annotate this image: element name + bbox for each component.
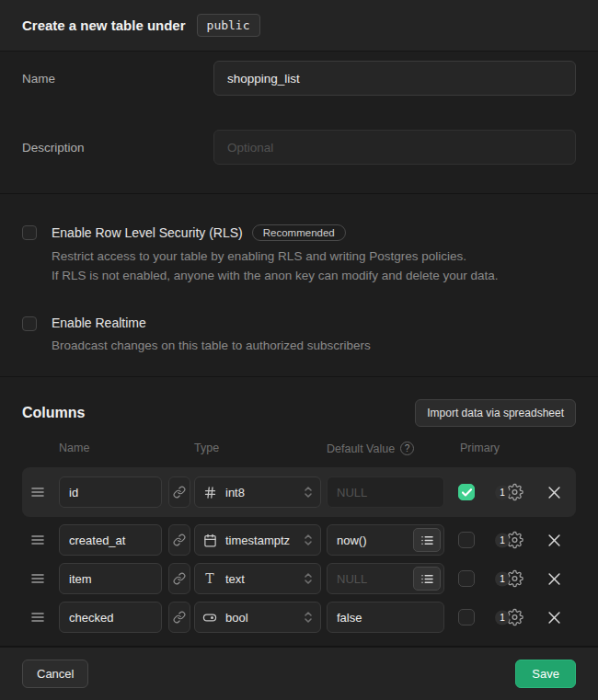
realtime-checkbox[interactable] xyxy=(22,316,37,331)
default-value-field xyxy=(327,524,444,556)
remove-column-button[interactable] xyxy=(545,569,563,588)
primary-checkbox[interactable] xyxy=(458,570,475,587)
header-type: Type xyxy=(194,442,219,454)
import-spreadsheet-button[interactable]: Import data via spreadsheet xyxy=(415,399,576,427)
type-label: int8 xyxy=(225,486,245,499)
help-circle-icon[interactable]: ? xyxy=(400,442,414,455)
create-table-dialog: Create a new table under public Name Des… xyxy=(0,0,598,700)
realtime-option: Enable Realtime Broadcast changes on thi… xyxy=(22,316,576,356)
column-rows: int8 1 xyxy=(22,467,576,633)
settings-count-badge: 1 xyxy=(495,610,510,625)
hash-icon xyxy=(203,486,217,499)
table-options-section: Enable Row Level Security (RLS) Recommen… xyxy=(0,194,598,377)
save-button[interactable]: Save xyxy=(515,660,576,688)
column-type-select[interactable]: bool xyxy=(194,602,321,633)
foreign-key-link-button[interactable] xyxy=(168,524,190,556)
remove-column-button[interactable] xyxy=(545,531,563,549)
columns-section: Columns Import data via spreadsheet Name… xyxy=(0,377,598,647)
text-type-icon: T xyxy=(205,571,213,586)
rls-label: Enable Row Level Security (RLS) xyxy=(52,225,243,240)
header-primary: Primary xyxy=(460,442,500,454)
chevron-up-down-icon xyxy=(304,571,313,586)
drag-handle-icon[interactable] xyxy=(31,611,46,624)
drag-handle-icon[interactable] xyxy=(31,534,46,546)
column-settings-button[interactable]: 1 xyxy=(495,484,523,501)
column-name-input[interactable] xyxy=(59,563,162,594)
default-value-menu-button[interactable] xyxy=(413,567,441,591)
name-label: Name xyxy=(22,61,213,96)
header-name: Name xyxy=(59,442,89,454)
rls-option: Enable Row Level Security (RLS) Recommen… xyxy=(22,224,576,286)
column-settings-button[interactable]: 1 xyxy=(495,609,523,626)
cancel-button[interactable]: Cancel xyxy=(22,660,88,688)
type-icon: T xyxy=(202,571,217,586)
dialog-title: Create a new table under xyxy=(22,17,186,33)
chevron-up-down-icon xyxy=(304,533,313,547)
type-label: timestamptz xyxy=(225,534,290,547)
default-value-field xyxy=(327,602,444,633)
default-value-input[interactable] xyxy=(327,476,444,508)
remove-column-button[interactable] xyxy=(545,608,563,626)
type-icon xyxy=(202,534,217,547)
default-value-field xyxy=(327,563,444,594)
column-type-select[interactable]: timestamptz xyxy=(194,524,321,556)
realtime-label: Enable Realtime xyxy=(52,316,146,330)
calendar-icon xyxy=(203,534,217,547)
table-name-input[interactable] xyxy=(213,61,576,96)
chevron-up-down-icon xyxy=(304,485,313,499)
column-type-select[interactable]: int8 xyxy=(194,476,321,508)
primary-checkbox[interactable] xyxy=(458,484,475,500)
column-name-input[interactable] xyxy=(59,476,162,508)
column-row: int8 1 xyxy=(22,467,576,517)
table-description-input[interactable] xyxy=(213,130,576,165)
column-row: timestamptz 1 xyxy=(22,524,576,556)
columns-table-header: Name Type Default Value ? Primary xyxy=(22,442,576,456)
remove-column-button[interactable] xyxy=(545,483,563,501)
type-icon xyxy=(202,611,217,625)
column-settings-button[interactable]: 1 xyxy=(495,532,523,549)
column-settings-button[interactable]: 1 xyxy=(495,570,523,588)
column-type-select[interactable]: T text xyxy=(194,563,321,594)
recommended-badge: Recommended xyxy=(252,224,346,241)
dialog-footer: Cancel Save xyxy=(0,647,598,700)
primary-checkbox[interactable] xyxy=(458,532,475,548)
bool-toggle-icon xyxy=(202,611,217,625)
default-value-field xyxy=(327,476,444,508)
foreign-key-link-button[interactable] xyxy=(168,476,190,508)
column-name-input[interactable] xyxy=(59,602,162,633)
type-label: text xyxy=(225,572,245,586)
columns-title: Columns xyxy=(22,405,85,421)
column-row: bool 1 xyxy=(22,602,576,633)
description-label: Description xyxy=(22,130,213,165)
header-default-value: Default Value xyxy=(327,442,395,455)
default-value-input[interactable] xyxy=(327,602,444,633)
drag-handle-icon[interactable] xyxy=(31,486,46,499)
schema-badge: public xyxy=(197,14,260,37)
foreign-key-link-button[interactable] xyxy=(168,602,190,633)
column-row: T text 1 xyxy=(22,563,576,594)
rls-description: Restrict access to your table by enablin… xyxy=(52,247,499,286)
dialog-header: Create a new table under public xyxy=(0,0,598,52)
table-info-section: Name Description xyxy=(0,52,598,194)
column-name-input[interactable] xyxy=(59,524,162,556)
foreign-key-link-button[interactable] xyxy=(168,563,190,594)
type-label: bool xyxy=(225,611,248,625)
type-icon xyxy=(202,486,217,499)
settings-count-badge: 1 xyxy=(495,571,510,586)
drag-handle-icon[interactable] xyxy=(31,572,46,585)
default-value-menu-button[interactable] xyxy=(413,528,441,552)
primary-checkbox[interactable] xyxy=(458,609,475,625)
settings-count-badge: 1 xyxy=(495,533,510,547)
chevron-up-down-icon xyxy=(304,610,313,625)
settings-count-badge: 1 xyxy=(495,485,510,499)
rls-checkbox[interactable] xyxy=(22,225,37,240)
realtime-description: Broadcast changes on this table to autho… xyxy=(52,337,371,356)
